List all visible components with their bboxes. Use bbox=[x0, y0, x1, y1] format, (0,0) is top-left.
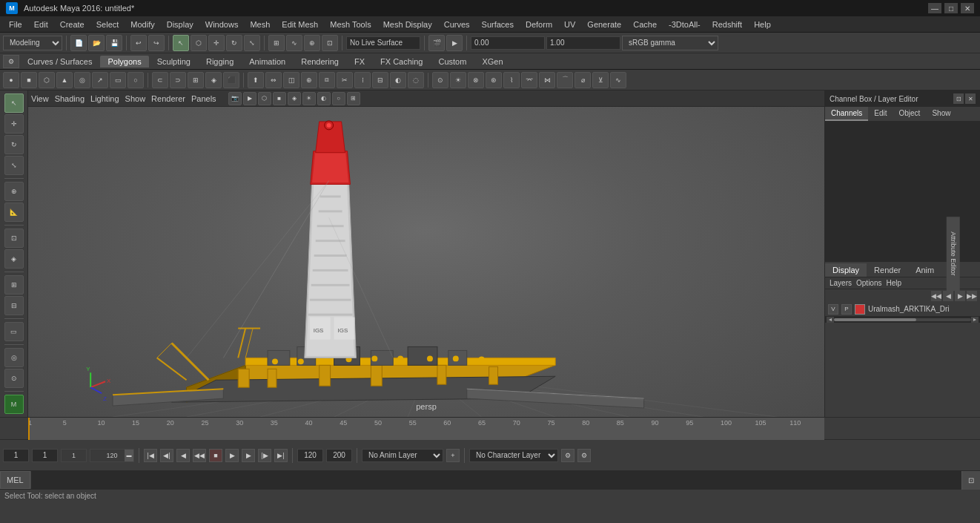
menu-item-display[interactable]: Display bbox=[161, 19, 199, 30]
region-select-button[interactable]: ▭ bbox=[4, 322, 24, 341]
tab-curves-surfaces[interactable]: Curves / Surfaces bbox=[20, 56, 99, 68]
menu-item-mesh-display[interactable]: Mesh Display bbox=[377, 19, 438, 30]
goto-first-frame-button[interactable]: |◀ bbox=[144, 449, 157, 462]
viewport-menu-show[interactable]: Show bbox=[125, 94, 146, 103]
menu-item-mesh[interactable]: Mesh bbox=[244, 19, 276, 30]
show-last-button[interactable]: ⊟ bbox=[4, 296, 24, 315]
shelf-special[interactable]: ⬛ bbox=[223, 72, 239, 88]
anim-layer-add-button[interactable]: + bbox=[446, 449, 460, 462]
menu-item-help[interactable]: Help bbox=[748, 19, 777, 30]
next-key-button[interactable]: |▶ bbox=[258, 449, 271, 462]
lasso-select-button[interactable]: ↻ bbox=[4, 135, 24, 154]
range-start-field[interactable]: 120 bbox=[297, 449, 323, 462]
shelf-curve[interactable]: ↗ bbox=[92, 72, 108, 88]
shelf-light[interactable]: ☀ bbox=[450, 72, 466, 88]
mel-label[interactable]: MEL bbox=[0, 471, 30, 489]
layers-nav-right[interactable]: ▶ bbox=[955, 291, 965, 301]
layer-scrollbar[interactable]: ◄ ► bbox=[825, 317, 980, 323]
menu-item-deform[interactable]: Deform bbox=[520, 19, 558, 30]
measure-button[interactable]: 📐 bbox=[4, 203, 24, 222]
shelf-fill[interactable]: ⊟ bbox=[372, 72, 388, 88]
hide-unsel-button[interactable]: ⊞ bbox=[4, 275, 24, 295]
menu-item-curves[interactable]: Curves bbox=[438, 19, 476, 30]
vp-film-button[interactable]: ▶ bbox=[243, 92, 256, 105]
value2-display[interactable]: 1.00 bbox=[546, 36, 620, 50]
render-seq-button[interactable]: ▶ bbox=[446, 35, 463, 51]
vp-grid-button[interactable]: ⊞ bbox=[347, 92, 360, 105]
menu-item-select[interactable]: Select bbox=[90, 19, 125, 30]
shelf-plane[interactable]: ▭ bbox=[110, 72, 126, 88]
isolate-button[interactable]: ⊡ bbox=[4, 228, 24, 248]
gimbal-button[interactable]: ◎ bbox=[4, 348, 24, 367]
vp-wireframe-button[interactable]: ⬡ bbox=[258, 92, 271, 105]
attribute-editor-tab[interactable]: Attribute Editor bbox=[947, 217, 960, 291]
stop-button[interactable]: ■ bbox=[209, 449, 222, 462]
menu-item-uv[interactable]: UV bbox=[558, 19, 581, 30]
current-frame-field[interactable]: 1 bbox=[32, 449, 58, 462]
layers-menu-layers[interactable]: Layers bbox=[830, 279, 852, 287]
vp-cam-button[interactable]: 📷 bbox=[228, 92, 242, 105]
tab-fx-caching[interactable]: FX Caching bbox=[373, 56, 430, 68]
window-controls[interactable]: — □ ✕ bbox=[928, 3, 974, 13]
layers-menu-options[interactable]: Options bbox=[856, 279, 881, 287]
tab-rendering[interactable]: Rendering bbox=[294, 56, 346, 68]
menu-item-file[interactable]: File bbox=[3, 19, 28, 30]
render-tab[interactable]: Render bbox=[867, 263, 908, 277]
snap-mode-button[interactable]: ⊕ bbox=[4, 182, 24, 201]
shelf-smooth[interactable]: ◌ bbox=[408, 72, 424, 88]
vp-textured-button[interactable]: ◈ bbox=[288, 92, 301, 105]
step-back-button[interactable]: ◀ bbox=[176, 449, 190, 462]
shelf-grid[interactable]: ⊞ bbox=[188, 72, 204, 88]
menu-item-mesh-tools[interactable]: Mesh Tools bbox=[324, 19, 377, 30]
timeline-ruler[interactable]: 1510152025303540455055606570758085909510… bbox=[28, 418, 824, 440]
menu-item-edit[interactable]: Edit bbox=[28, 19, 54, 30]
tab-fx[interactable]: FX bbox=[347, 56, 372, 68]
layers-nav-left[interactable]: ◀ bbox=[943, 291, 953, 301]
shelf-prim[interactable]: ◈ bbox=[205, 72, 222, 88]
menu-item-modify[interactable]: Modify bbox=[125, 19, 160, 30]
show-hide-button[interactable]: ◈ bbox=[4, 249, 24, 269]
shelf-sphere[interactable]: ● bbox=[3, 72, 19, 88]
shelf-disk[interactable]: ○ bbox=[128, 72, 144, 88]
shelf-pipe[interactable]: ⊃ bbox=[170, 72, 186, 88]
tab-settings-button[interactable]: ⚙ bbox=[3, 55, 19, 68]
layers-nav-right-right[interactable]: ▶▶ bbox=[967, 291, 977, 301]
snap-to-curve-button[interactable]: ∿ bbox=[286, 35, 302, 51]
shelf-wave[interactable]: ∿ bbox=[610, 72, 626, 88]
vp-shadows-button[interactable]: ◐ bbox=[317, 92, 331, 105]
tab-rigging[interactable]: Rigging bbox=[199, 56, 241, 68]
layers-nav-left-left[interactable]: ◀◀ bbox=[931, 291, 941, 301]
panel-close-button[interactable]: ✕ bbox=[965, 93, 976, 104]
mel-script-button[interactable]: ⊡ bbox=[961, 471, 980, 490]
tab-custom[interactable]: Custom bbox=[431, 56, 474, 68]
shelf-flare[interactable]: ⊻ bbox=[592, 72, 609, 88]
scale-tool-button[interactable]: ⤡ bbox=[244, 35, 260, 51]
viewport-menu-view[interactable]: View bbox=[31, 94, 49, 103]
undo-button[interactable]: ↩ bbox=[130, 35, 147, 51]
vp-shaded-button[interactable]: ■ bbox=[273, 92, 286, 105]
shelf-bridge[interactable]: ⇔ bbox=[265, 72, 282, 88]
vp-ao-button[interactable]: ○ bbox=[332, 92, 345, 105]
minimize-button[interactable]: — bbox=[928, 3, 941, 13]
scrollbar-right-button[interactable]: ► bbox=[971, 317, 979, 323]
shelf-connect[interactable]: ⁞ bbox=[354, 72, 371, 88]
panel-float-button[interactable]: ⊡ bbox=[953, 93, 964, 104]
edit-tab[interactable]: Edit bbox=[868, 107, 893, 121]
shelf-cylinder[interactable]: ⬡ bbox=[39, 72, 55, 88]
viewport-3d[interactable]: IGS IGS X bbox=[28, 107, 824, 417]
vp-lights-button[interactable]: ☀ bbox=[302, 92, 316, 105]
menu-item-edit-mesh[interactable]: Edit Mesh bbox=[276, 19, 324, 30]
new-button[interactable]: 📄 bbox=[70, 35, 87, 51]
shelf-deform[interactable]: ⌤ bbox=[521, 72, 537, 88]
shelf-wrap[interactable]: ⌇ bbox=[503, 72, 520, 88]
viewport-menu-renderer[interactable]: Renderer bbox=[151, 94, 185, 103]
close-button[interactable]: ✕ bbox=[961, 3, 974, 13]
snap-to-point-button[interactable]: ⊕ bbox=[304, 35, 320, 51]
viewport-menu-shading[interactable]: Shading bbox=[55, 94, 85, 103]
shelf-bend[interactable]: ⌒ bbox=[557, 72, 573, 88]
tab-sculpting[interactable]: Sculpting bbox=[150, 56, 198, 68]
shelf-lattice[interactable]: ⋈ bbox=[539, 72, 555, 88]
menu-item-generate[interactable]: Generate bbox=[581, 19, 627, 30]
tab-xgen[interactable]: XGen bbox=[474, 56, 510, 68]
char-settings-button[interactable]: ⚙ bbox=[577, 449, 591, 462]
